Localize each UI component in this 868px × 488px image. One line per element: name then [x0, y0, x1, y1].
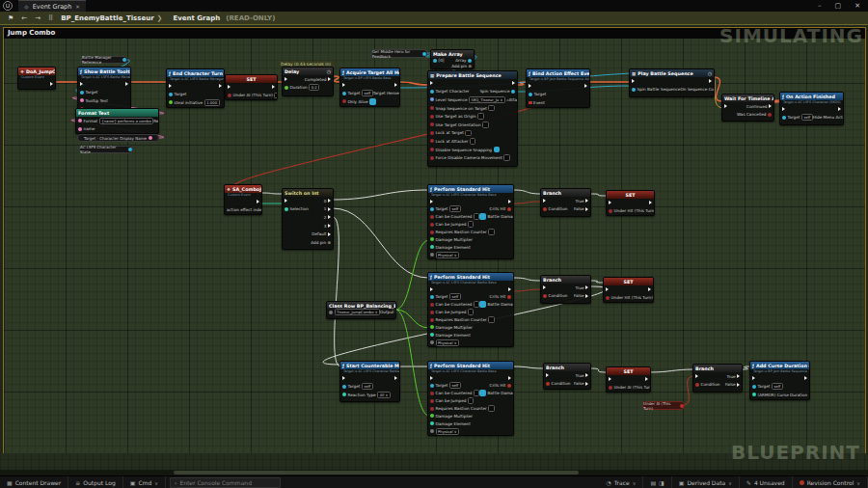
data-pin[interactable]	[430, 407, 434, 411]
exec-pin[interactable]	[543, 285, 546, 289]
data-pin[interactable]	[342, 92, 346, 95]
data-pin[interactable]	[430, 223, 434, 227]
data-pin[interactable]	[430, 333, 434, 337]
node-prepare-battle-sequence[interactable]: ▦Prepare Battle SequenceTarget Character…	[427, 70, 518, 167]
comment-title[interactable]: Jump Combo	[4, 28, 865, 39]
self-widget[interactable]: self	[801, 114, 813, 121]
checkbox-widget[interactable]	[488, 405, 495, 412]
exec-pin[interactable]	[585, 199, 588, 203]
data-pin[interactable]	[285, 86, 288, 90]
data-pin[interactable]	[468, 59, 472, 63]
node-set-under-ai-this-turn[interactable]: SETUnder AI (This Turn)	[225, 74, 278, 100]
maximize-button[interactable]: ▢	[835, 2, 842, 10]
exec-pin[interactable]	[609, 377, 611, 381]
data-pin[interactable]	[430, 245, 434, 249]
data-pin[interactable]	[695, 383, 699, 387]
val-widget[interactable]: 3	[809, 392, 810, 398]
pill-output-pin[interactable]	[128, 148, 132, 151]
node-format-text[interactable]: Format TextFormat{name} performs a combo…	[75, 108, 159, 134]
data-pin[interactable]	[606, 296, 610, 300]
checkbox-widget[interactable]	[488, 229, 495, 235]
data-pin[interactable]	[329, 311, 333, 314]
node-perform-standard-hit-1[interactable]: ƒPerform Standard HitTarget is AC LSFS C…	[427, 184, 514, 259]
self-widget[interactable]: self	[772, 383, 783, 390]
exec-pin[interactable]	[512, 81, 515, 85]
node-class-row-balancing-enemyskills[interactable]: Class Row BP_Balancing_EnemySkillsTisseu…	[326, 301, 396, 319]
pill-pill-character-display-name[interactable]: Target · Character Display Name	[77, 134, 159, 142]
exec-pin[interactable]	[430, 376, 433, 380]
exec-pin[interactable]	[508, 376, 511, 380]
data-pin[interactable]	[430, 325, 434, 329]
self-widget[interactable]: self	[362, 90, 373, 96]
node-set-under-ai-2[interactable]: SETUnder AI (This Turn)	[606, 366, 651, 393]
node-play-battle-sequence[interactable]: ▦Play Battle Sequence◷Spin Battle Sequen…	[629, 68, 715, 97]
node-set-under-hit-2[interactable]: SETUnder Hit (This Turn)	[603, 277, 654, 303]
node-branch-3[interactable]: BranchTrueConditionFalse	[543, 363, 591, 390]
data-pin[interactable]	[752, 393, 756, 396]
breadcrumb-graph[interactable]: Event Graph	[173, 14, 220, 22]
drop-widget[interactable]: All ∨	[377, 392, 391, 398]
node-acquire-target-all-heroes[interactable]: ƒAcquire Target All HeroesTarget is BP L…	[339, 68, 400, 107]
exec-pin[interactable]	[430, 81, 433, 85]
self-widget[interactable]: self	[449, 293, 461, 300]
checkbox-widget[interactable]	[465, 130, 472, 137]
data-pin[interactable]	[430, 392, 434, 395]
exec-pin[interactable]	[342, 83, 345, 87]
val-widget[interactable]: 0.2	[309, 84, 319, 91]
node-bind-action-effect-event[interactable]: ƒBind Action Effect EventTarget is BP Ja…	[526, 68, 590, 108]
exec-pin[interactable]	[804, 376, 807, 380]
pill-pill-battle-manager-reference[interactable]: Battle Manager Reference	[81, 56, 127, 64]
exec-pin[interactable]	[328, 224, 331, 228]
exec-pin[interactable]	[285, 77, 287, 81]
exec-pin[interactable]	[285, 199, 287, 203]
checkbox-widget[interactable]	[479, 390, 486, 396]
exec-pin[interactable]	[394, 83, 397, 87]
cmd-dropdown[interactable]: ▣ Cmd ∨	[123, 476, 166, 488]
checkbox-widget[interactable]	[488, 316, 495, 323]
data-pin[interactable]	[430, 384, 434, 388]
checkbox-widget[interactable]	[479, 301, 486, 308]
drop-widget[interactable]: Tisseur_JumpCombo ∨	[335, 309, 380, 315]
minimize-button[interactable]: –	[818, 2, 822, 10]
node-branch-2[interactable]: BranchTrueConditionFalse	[540, 275, 591, 304]
exec-pin[interactable]	[585, 285, 588, 289]
checkbox-widget[interactable]	[479, 213, 486, 220]
data-pin[interactable]	[430, 131, 434, 135]
exec-pin[interactable]	[430, 200, 433, 203]
self-widget[interactable]: self	[362, 383, 373, 390]
exec-pin[interactable]	[272, 85, 275, 89]
forward-button[interactable]: →	[35, 14, 41, 22]
console-input[interactable]: › Enter Console Command	[170, 477, 281, 488]
close-button[interactable]: ✕	[854, 2, 860, 10]
data-pin[interactable]	[430, 421, 434, 425]
exec-pin[interactable]	[752, 376, 755, 380]
data-pin[interactable]	[80, 98, 84, 102]
data-pin[interactable]	[430, 97, 434, 101]
exec-pin[interactable]	[585, 294, 588, 298]
node-make-array[interactable]: Make Array[0]ArrayAdd pin ⊕	[430, 49, 475, 69]
data-pin[interactable]	[430, 156, 434, 160]
exec-pin[interactable]	[328, 199, 331, 203]
data-pin[interactable]	[543, 207, 547, 211]
exec-pin[interactable]	[529, 84, 531, 88]
bookmark-icon[interactable]: ⚑	[8, 14, 14, 22]
node-set-under-hit-1[interactable]: SETUnder Hit (This Turn)	[606, 190, 655, 216]
exec-pin[interactable]	[782, 107, 785, 111]
pill-output-pin[interactable]	[422, 52, 426, 56]
data-pin[interactable]	[430, 230, 434, 234]
data-pin[interactable]	[342, 385, 346, 389]
exec-pin[interactable]	[737, 383, 740, 387]
checkbox-widget[interactable]	[369, 98, 376, 105]
node-event-doa-jumpcombo[interactable]: ❖DoA_JumpComboCustom Event	[17, 67, 56, 90]
exec-pin[interactable]	[585, 373, 588, 377]
data-pin[interactable]	[342, 99, 346, 103]
node-show-battle-tooltip[interactable]: ƒShow Battle TooltipTarget is AC LSFS Ba…	[77, 67, 131, 114]
checkbox-widget[interactable]	[494, 147, 501, 153]
node-wait-for-timeline-attack[interactable]: Wait For Timeline Attack◷ContinuedWas Ca…	[721, 94, 774, 122]
data-pin[interactable]	[430, 318, 434, 322]
checkbox-widget[interactable]	[482, 122, 489, 128]
data-pin[interactable]	[782, 116, 786, 120]
event-graph-canvas[interactable]: Jump Combo ❖DoA_JumpComboCustom EventƒSh…	[0, 24, 868, 475]
exec-pin[interactable]	[632, 79, 635, 83]
data-pin[interactable]	[430, 303, 434, 307]
